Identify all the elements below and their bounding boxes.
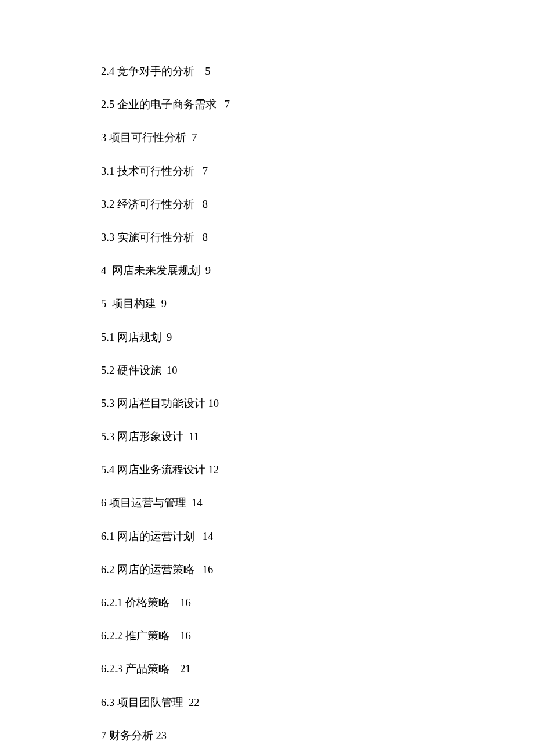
- toc-entry-number: 3: [101, 131, 106, 144]
- toc-gap: [169, 663, 181, 675]
- toc-gap: [217, 99, 225, 110]
- toc-gap: [200, 265, 205, 276]
- toc-entry-title: 项目构建: [112, 297, 156, 310]
- toc-entry: 2.4 竞争对手的分析 5: [101, 65, 464, 78]
- toc-entry-page: 7: [225, 98, 230, 111]
- toc-entry: 5 项目构建 9: [101, 297, 464, 310]
- toc-entry-number: 6.3: [101, 696, 114, 709]
- toc-entry: 3.1 技术可行性分析 7: [101, 165, 464, 178]
- toc-entry-page: 16: [180, 596, 191, 609]
- toc-gap: [186, 132, 192, 143]
- toc-entry: 5.4 网店业务流程设计 12: [101, 463, 464, 476]
- toc-entry-title: 企业的电子商务需求: [117, 98, 217, 111]
- toc-entry-title: 网店的运营计划: [117, 530, 194, 543]
- toc-entry-page: 22: [189, 696, 200, 709]
- toc-entry: 3.3 实施可行性分析 8: [101, 231, 464, 244]
- toc-entry-title: 实施可行性分析: [117, 231, 194, 244]
- toc-entry-title: 项目可行性分析: [109, 131, 186, 144]
- toc-entry-page: 5: [205, 65, 210, 78]
- toc-gap: [156, 298, 161, 309]
- toc-entry-number: 4: [101, 264, 106, 277]
- toc-entry-number: 5.1: [101, 331, 114, 344]
- toc-entry-page: 10: [208, 397, 219, 410]
- toc-entry-page: 14: [203, 530, 214, 543]
- toc-entry-title: 项目运营与管理: [109, 496, 186, 509]
- toc-entry-number: 6.2.2: [101, 629, 122, 642]
- toc-entry: 6 项目运营与管理 14: [101, 496, 464, 509]
- toc-entry-number: 5: [101, 297, 106, 310]
- toc-entry-page: 7: [192, 131, 197, 144]
- toc-entry-title: 网店形象设计: [117, 430, 183, 443]
- toc-entry: 7 财务分析 23: [101, 729, 464, 742]
- toc-gap: [194, 165, 203, 177]
- toc-gap: [106, 298, 111, 309]
- toc-entry-number: 2.5: [101, 98, 114, 111]
- toc-entry: 5.1 网店规划 9: [101, 331, 464, 344]
- toc-entry: 6.2.1 价格策略 16: [101, 596, 464, 609]
- toc-gap: [194, 66, 205, 77]
- toc-entry-page: 8: [203, 198, 208, 211]
- toc-entry: 6.3 项目团队管理 22: [101, 696, 464, 709]
- toc-entry: 5.3 网店形象设计 11: [101, 430, 464, 443]
- toc-entry-title: 价格策略: [125, 596, 169, 609]
- table-of-contents: 2.4 竞争对手的分析 52.5 企业的电子商务需求 73 项目可行性分析 73…: [101, 65, 464, 756]
- toc-entry-title: 网店的运营策略: [117, 563, 194, 576]
- toc-entry-number: 6.2.1: [101, 596, 122, 609]
- toc-entry-title: 项目团队管理: [117, 696, 183, 709]
- toc-gap: [186, 497, 192, 509]
- toc-entry: 2.5 企业的电子商务需求 7: [101, 98, 464, 111]
- toc-entry-page: 14: [192, 496, 203, 509]
- toc-entry-number: 5.4: [101, 463, 114, 476]
- toc-entry-number: 5.3: [101, 430, 114, 443]
- toc-entry-title: 硬件设施: [117, 364, 161, 377]
- toc-entry-page: 8: [203, 231, 208, 244]
- toc-gap: [183, 431, 189, 442]
- toc-entry-title: 网店栏目功能设计: [117, 397, 205, 410]
- toc-entry-number: 2.4: [101, 65, 114, 78]
- toc-gap: [194, 564, 203, 575]
- toc-gap: [161, 365, 167, 376]
- toc-entry-title: 竞争对手的分析: [117, 65, 194, 78]
- toc-gap: [169, 597, 181, 609]
- toc-entry: 6.2 网店的运营策略 16: [101, 563, 464, 576]
- toc-entry: 6.2.3 产品策略 21: [101, 663, 464, 675]
- toc-entry-page: 9: [167, 331, 172, 344]
- document-page: 2.4 竞争对手的分析 52.5 企业的电子商务需求 73 项目可行性分析 73…: [0, 0, 534, 756]
- toc-entry-page: 9: [205, 264, 211, 277]
- toc-entry-number: 7: [101, 729, 106, 742]
- toc-entry-title: 财务分析: [109, 729, 153, 742]
- toc-entry-page: 21: [180, 663, 191, 675]
- toc-entry-title: 网店业务流程设计: [117, 463, 205, 476]
- toc-entry: 6.1 网店的运营计划 14: [101, 530, 464, 543]
- toc-gap: [194, 199, 203, 210]
- toc-entry-number: 6.1: [101, 530, 114, 543]
- toc-entry-title: 网店未来发展规划: [112, 264, 200, 277]
- toc-entry-number: 6.2: [101, 563, 114, 576]
- toc-entry: 3 项目可行性分析 7: [101, 131, 464, 144]
- toc-entry: 5.3 网店栏目功能设计 10: [101, 397, 464, 410]
- toc-entry-title: 经济可行性分析: [117, 198, 194, 211]
- toc-gap: [194, 232, 203, 243]
- toc-entry-page: 16: [180, 629, 191, 642]
- toc-entry: 4 网店未来发展规划 9: [101, 264, 464, 277]
- toc-entry-number: 3.2: [101, 198, 114, 211]
- toc-entry-number: 6.2.3: [101, 663, 122, 675]
- toc-entry-number: 6: [101, 496, 106, 509]
- toc-entry-title: 产品策略: [125, 663, 169, 675]
- toc-gap: [194, 531, 203, 542]
- toc-entry-number: 3.3: [101, 231, 114, 244]
- toc-gap: [161, 332, 167, 343]
- toc-entry-page: 23: [156, 729, 167, 742]
- toc-entry-page: 10: [167, 364, 178, 377]
- toc-entry-title: 网店规划: [117, 331, 161, 344]
- toc-entry: 3.2 经济可行性分析 8: [101, 198, 464, 211]
- toc-entry-page: 7: [203, 165, 208, 178]
- toc-entry-page: 12: [208, 463, 219, 476]
- toc-entry-number: 5.3: [101, 397, 114, 410]
- toc-entry-title: 推广策略: [125, 629, 169, 642]
- toc-gap: [169, 630, 181, 642]
- toc-entry: 5.2 硬件设施 10: [101, 364, 464, 377]
- toc-entry-page: 16: [203, 563, 214, 576]
- toc-entry-page: 11: [189, 430, 199, 443]
- toc-entry-page: 9: [161, 297, 167, 310]
